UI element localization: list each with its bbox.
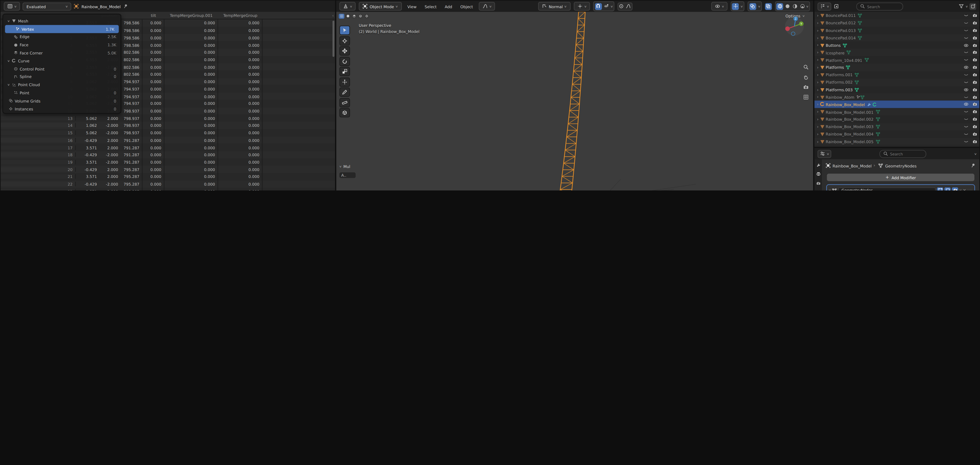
expand-arrow[interactable]: › <box>817 13 818 18</box>
properties-search-input[interactable] <box>890 152 923 156</box>
shading-rendered[interactable] <box>799 3 806 10</box>
camera-visibility-icon[interactable] <box>972 146 977 147</box>
snap-toggle[interactable]: ∨ <box>593 1 614 11</box>
eye-closed-icon[interactable] <box>964 139 969 144</box>
orange-ladder-object[interactable] <box>336 12 814 190</box>
dataset-select[interactable]: Evaluated∨ <box>23 2 72 11</box>
outliner-item-bouncepad-011[interactable]: › BouncePad.011 <box>815 12 980 19</box>
properties-tab-2[interactable] <box>815 180 822 186</box>
spreadsheet-scrollbar[interactable] <box>332 21 334 57</box>
filter-icon[interactable] <box>959 4 964 9</box>
outliner-item-rainbow-box-model-004[interactable]: › Rainbow_Box_Model.004 <box>815 130 980 138</box>
camera-visibility-icon[interactable] <box>972 21 977 25</box>
camera-visibility-icon[interactable] <box>972 80 977 85</box>
properties-options[interactable]: ∨ <box>974 152 977 155</box>
tool-cross[interactable] <box>339 36 350 45</box>
modifier-name-field[interactable]: GeometryNodes <box>838 187 935 190</box>
camera-visibility-icon[interactable] <box>972 73 977 77</box>
data-source-curve[interactable]: ∨Curve <box>3 57 121 65</box>
camera-visibility-icon[interactable] <box>972 102 977 106</box>
data-source-spline[interactable]: Spline0 <box>3 73 121 81</box>
modifier-expand[interactable]: ∨ <box>828 189 831 190</box>
menu-object[interactable]: Object <box>458 3 476 10</box>
redo-panel[interactable]: ∨Mul <box>339 164 350 169</box>
eye-closed-icon[interactable] <box>964 21 969 25</box>
eye-closed-icon[interactable] <box>964 35 969 40</box>
breadcrumb-modifier[interactable]: GeometryNodes <box>885 163 916 168</box>
expand-arrow[interactable]: › <box>817 95 818 100</box>
camera-visibility-icon[interactable] <box>972 35 977 40</box>
editor-type-button[interactable]: ∨ <box>339 2 356 11</box>
expand-arrow[interactable]: › <box>817 87 818 92</box>
camera-visibility-icon[interactable] <box>972 65 977 70</box>
modifier-realtime-toggle[interactable] <box>945 187 951 190</box>
eye-open-icon[interactable] <box>964 87 969 92</box>
table-row[interactable]: 233.571-2.000795.2870.0000.0000.000 <box>0 188 335 190</box>
table-row[interactable]: 18-0.429-2.000791.2870.0000.0000.000 <box>0 151 335 159</box>
table-row[interactable]: 20-0.4292.000795.2870.0000.0000.000 <box>0 166 335 173</box>
overlays-toggle[interactable]: ∨ <box>748 1 762 11</box>
column-tempmergegroup001[interactable]: TempMergeGroup.001 <box>164 13 218 17</box>
data-source-edge[interactable]: Edge2.5K <box>3 33 121 41</box>
data-source-face[interactable]: Face1.3K <box>3 41 121 49</box>
expand-arrow[interactable]: › <box>817 80 818 85</box>
table-row[interactable]: 155.062-2.000798.9370.0000.0000.000 <box>0 129 335 136</box>
eye-closed-icon[interactable] <box>964 110 969 114</box>
eye-closed-icon[interactable] <box>964 117 969 121</box>
eye-closed-icon[interactable] <box>964 58 969 62</box>
data-source-point[interactable]: Point0 <box>3 89 121 97</box>
tool-move[interactable] <box>339 46 350 56</box>
column-tempmergegroup[interactable]: TempMergeGroup <box>218 13 262 17</box>
data-source-control-point[interactable]: Control Point0 <box>3 65 121 73</box>
expand-arrow[interactable]: › <box>817 146 818 147</box>
camera-visibility-icon[interactable] <box>972 13 977 18</box>
modifier-render-toggle[interactable] <box>952 187 958 190</box>
menu-select[interactable]: Select <box>422 3 439 10</box>
camera-visibility-icon[interactable] <box>972 87 977 92</box>
camera-visibility-icon[interactable] <box>972 58 977 62</box>
table-row[interactable]: 193.571-2.000791.2870.0000.0000.000 <box>0 159 335 166</box>
eye-open-icon[interactable] <box>964 43 969 48</box>
outliner-item-buttons[interactable]: › Buttons <box>815 41 980 49</box>
eye-closed-icon[interactable] <box>964 132 969 136</box>
expand-arrow[interactable]: › <box>817 57 818 63</box>
outliner-item-platforms-001[interactable]: › Platforms.001 <box>815 71 980 78</box>
new-collection-icon[interactable] <box>970 4 975 9</box>
eye-closed-icon[interactable] <box>964 50 969 55</box>
camera-visibility-icon[interactable] <box>972 132 977 136</box>
data-source-instances[interactable]: Instances0 <box>3 105 121 113</box>
breadcrumb-object[interactable]: Rainbow_Box_Model <box>832 163 872 168</box>
expand-arrow[interactable]: › <box>817 35 818 40</box>
pin-icon[interactable] <box>123 4 128 9</box>
orientation-select[interactable]: Normal∨ <box>538 2 570 11</box>
viewport-canvas[interactable]: Options∨ User Perspective (2) World | Ra… <box>336 12 813 190</box>
outliner-search-input[interactable] <box>867 4 900 8</box>
outliner-item-platforms-003[interactable]: › Platforms.003 <box>815 86 980 93</box>
shading-material[interactable] <box>791 3 799 10</box>
shading-solid[interactable] <box>784 3 791 10</box>
table-row[interactable]: 22-0.429-2.000795.2870.0000.0000.000 <box>0 181 335 188</box>
expand-arrow[interactable]: › <box>817 72 818 78</box>
eye-closed-icon[interactable] <box>964 80 969 85</box>
srch-icon[interactable] <box>803 64 809 70</box>
eye-closed-icon[interactable] <box>964 28 969 33</box>
camera-visibility-icon[interactable] <box>972 110 977 114</box>
xray-toggle[interactable] <box>765 3 772 10</box>
transform-orientation-extra[interactable]: ∨ <box>479 2 495 11</box>
outliner-item-platform-10x4-091[interactable]: › Platform_10x4.091 <box>815 56 980 63</box>
camera-visibility-icon[interactable] <box>972 117 977 121</box>
outliner-item-rainbow-box-model-003[interactable]: › Rainbow_Box_Model.003 <box>815 123 980 130</box>
eye-closed-icon[interactable] <box>964 73 969 77</box>
outliner-item-rainbow-box-model-005[interactable]: › Rainbow_Box_Model.005 <box>815 138 980 145</box>
outliner-item-upper-area-building-blocks[interactable]: › Upper area building blocks <box>815 145 980 147</box>
expand-arrow[interactable]: › <box>817 139 818 144</box>
expand-arrow[interactable]: › <box>817 102 818 107</box>
camera-visibility-icon[interactable] <box>972 28 977 33</box>
gizmo-toggle[interactable]: ∨ <box>730 1 745 11</box>
expand-arrow[interactable]: › <box>817 117 818 122</box>
outliner-display-mode[interactable]: ∨ <box>818 2 832 11</box>
navigation-gizmo[interactable]: X Y Z <box>784 16 805 37</box>
tool-ruler[interactable] <box>339 98 350 107</box>
properties-tab-3[interactable] <box>815 189 822 190</box>
tool-cursor[interactable] <box>339 25 350 35</box>
